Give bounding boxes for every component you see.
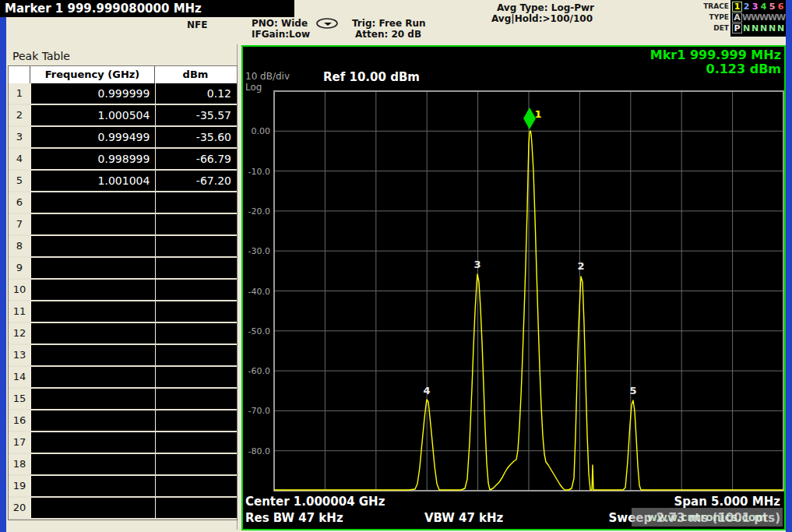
row-number: 19 — [9, 476, 30, 496]
table-row: 9 — [9, 258, 237, 280]
trace-4-detector[interactable]: N — [759, 23, 768, 33]
frequency-value: 0.999499 — [31, 127, 155, 147]
table-row: 19 — [9, 476, 237, 498]
table-row: 11 — [9, 301, 237, 323]
peak-number-label: 2 — [577, 260, 584, 272]
frequency-cell — [30, 258, 155, 278]
trace-2-selector[interactable]: 2 — [742, 2, 751, 12]
trace-1-type[interactable]: A — [732, 12, 742, 23]
nfe-annotation: NFE — [187, 19, 207, 30]
y-axis-tick-label: -40.0 — [248, 287, 270, 297]
dbm-value: -35.57 — [156, 105, 237, 125]
trace-3-detector[interactable]: N — [751, 23, 759, 33]
dbm-cell: -35.60 — [155, 127, 237, 147]
row-number: 15 — [9, 389, 30, 409]
peak-table-title: Peak Table — [12, 50, 70, 62]
trace-4-selector[interactable]: 4 — [759, 2, 768, 12]
row-number: 5 — [9, 171, 30, 191]
frequency-cell — [30, 323, 155, 344]
row-number: 10 — [9, 280, 30, 300]
dbm-cell — [155, 214, 237, 234]
peak-number-label: 5 — [629, 385, 636, 396]
vbw-annotation: VBW 47 kHz — [424, 511, 503, 525]
dbm-cell — [155, 345, 237, 365]
y-axis-tick-label: -60.0 — [248, 366, 270, 376]
dbm-cell — [155, 454, 237, 474]
frequency-cell — [30, 345, 155, 365]
table-row: 14 — [9, 367, 237, 389]
trace-1-detector[interactable]: P — [732, 23, 742, 33]
trace-6-type[interactable]: W — [776, 12, 785, 23]
frequency-cell: 1.001004 — [30, 171, 155, 191]
pno-annotation: PNO: Wide — [252, 18, 308, 29]
dbm-cell — [155, 367, 237, 387]
det-row-label: DET — [713, 24, 729, 32]
frequency-cell: 1.000504 — [30, 105, 155, 125]
dbm-cell — [155, 323, 237, 344]
peak-table-panel: Peak Table Frequency (GHz) dBm 10.999999… — [6, 44, 238, 530]
dbm-cell: -35.57 — [155, 105, 237, 125]
trace-1-selector[interactable]: 1 — [732, 2, 742, 12]
row-number: 3 — [9, 127, 30, 147]
dbm-cell — [155, 301, 237, 322]
header-dbm-col: dBm — [155, 66, 236, 83]
frequency-cell — [30, 389, 155, 409]
table-row: 16 — [9, 410, 237, 432]
dbm-cell — [155, 476, 237, 496]
trace-3-selector[interactable]: 3 — [751, 2, 759, 12]
type-row-label: TYPE — [709, 13, 729, 21]
frequency-cell — [30, 476, 155, 496]
trace-block-labels: TRACE TYPE DET — [682, 0, 729, 37]
table-row: 30.999499-35.60 — [9, 127, 237, 149]
trace-6-detector[interactable]: N — [776, 23, 785, 33]
dbm-value: 0.12 — [156, 83, 237, 104]
trigger-annotation: Trig: Free Run — [352, 18, 426, 29]
dbm-cell — [155, 236, 237, 256]
peak-number-label: 4 — [423, 385, 430, 396]
y-axis-tick-label: -70.0 — [248, 406, 270, 416]
frequency-cell — [30, 192, 155, 213]
row-number: 20 — [9, 498, 30, 518]
frequency-cell — [30, 367, 155, 387]
frequency-value: 0.998999 — [31, 149, 155, 169]
table-row: 8 — [9, 236, 237, 258]
trace-5-detector[interactable]: N — [768, 23, 776, 33]
peak-table-header: Frequency (GHz) dBm — [9, 66, 237, 83]
avg-hold-annotation: Avg|Hold:>100/100 — [491, 13, 593, 24]
window-frame-right — [786, 0, 792, 532]
trace-2-detector[interactable]: N — [742, 23, 751, 33]
res-bw-annotation: Res BW 47 kHz — [245, 511, 343, 525]
trace-5-selector[interactable]: 5 — [768, 2, 776, 12]
table-row: 6 — [9, 192, 237, 214]
row-number: 8 — [9, 236, 30, 256]
trace-row-label: TRACE — [703, 2, 729, 10]
table-row: 40.998999-66.79 — [9, 149, 237, 171]
frequency-value: 1.001004 — [31, 171, 155, 191]
table-row: 20 — [9, 498, 237, 520]
row-number: 17 — [9, 432, 30, 453]
spectrum-plot: 0.00-10.0-20.0-30.0-40.0-50.0-60.0-70.0-… — [243, 47, 784, 529]
continuous-sweep-icon — [315, 17, 340, 33]
peak-number-label: 1 — [534, 108, 541, 120]
row-number: 18 — [9, 454, 30, 474]
frequency-cell — [30, 454, 155, 474]
dbm-cell — [155, 498, 237, 518]
row-number: 11 — [9, 301, 30, 322]
trace-2-type[interactable]: W — [742, 12, 751, 23]
trace-6-selector[interactable]: 6 — [776, 2, 785, 12]
y-axis-tick-label: 0.00 — [252, 126, 271, 136]
table-row: 15 — [9, 389, 237, 410]
trace-3-type[interactable]: W — [751, 12, 759, 23]
frequency-value: 1.000504 — [31, 105, 155, 125]
frequency-cell — [30, 432, 155, 453]
table-row: 10.9999990.12 — [9, 83, 237, 105]
frequency-cell — [30, 301, 155, 322]
trace-5-type[interactable]: W — [768, 12, 776, 23]
frequency-cell: 0.998999 — [30, 149, 155, 169]
frequency-cell — [30, 410, 155, 431]
table-row: 10 — [9, 280, 237, 301]
dbm-value: -67.20 — [156, 171, 237, 191]
header-frequency-col: Frequency (GHz) — [30, 66, 155, 83]
marker-title-bar: Marker 1 999.999080000 MHz — [0, 0, 294, 17]
trace-4-type[interactable]: W — [759, 12, 768, 23]
